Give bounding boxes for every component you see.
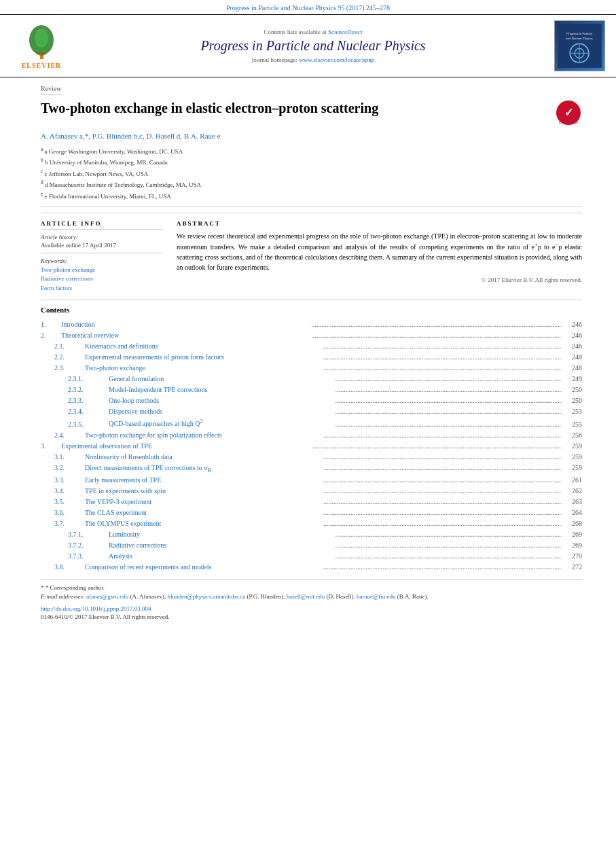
svg-text:✓: ✓	[564, 107, 573, 118]
footnotes: * * Corresponding author. E-mail address…	[41, 579, 582, 600]
email-raue[interactable]: baraue@fiu.edu	[357, 593, 396, 600]
toc-item-3-1: 3.1. Nonlinearity of Rosenbluth data 259	[41, 452, 582, 463]
elsevier-tree-icon	[20, 23, 64, 60]
toc-item-3-5: 3.5. The VEPP-3 experiment 263	[41, 497, 582, 507]
section-divider	[41, 300, 582, 300]
issn-section: 0146-6410/© 2017 Elsevier B.V. All right…	[41, 613, 582, 620]
toc-item-3: 3. Experimental observation of TPE 259	[41, 441, 582, 452]
svg-rect-4	[37, 52, 46, 54]
toc-item-3-6: 3.6. The CLAS experiment 264	[41, 507, 582, 518]
abstract-panel: ABSTRACT We review recent theoretical an…	[177, 220, 582, 293]
toc-item-3-4: 3.4. TPE in experiments with spin 262	[41, 486, 582, 497]
toc-item-2-3-2: 2.3.2. Model-independent TPE corrections…	[41, 384, 582, 395]
affiliation-a: a a George Washington University, Washin…	[41, 145, 582, 156]
journal-center: Contents lists available at ScienceDirec…	[79, 29, 547, 63]
svg-point-3	[35, 29, 48, 48]
email-hasell[interactable]: hasell@mit.edu	[287, 593, 325, 600]
svg-text:and Nuclear Physics: and Nuclear Physics	[566, 37, 592, 40]
doi-section: http://dx.doi.org/10.1016/j.ppnp.2017.03…	[41, 605, 582, 612]
toc-item-3-7-3: 3.7.3. Analysis 270	[41, 551, 582, 562]
toc-item-2-2: 2.2. Experimental measurements of proton…	[41, 352, 582, 363]
article-available-date: Available online 17 April 2017	[41, 242, 163, 249]
corresponding-author-note: * * Corresponding author.	[41, 584, 582, 591]
article-info-title: ARTICLE INFO	[41, 220, 163, 230]
contents-available-text: Contents lists available at ScienceDirec…	[79, 29, 547, 35]
toc-item-2-1: 2.1. Kinematics and definitions 246	[41, 341, 582, 352]
affiliation-d: d d Massachusetts Institute of Technolog…	[41, 179, 582, 190]
contents-title: Contents	[41, 306, 582, 314]
article-title: Two-photon exchange in elastic electron–…	[41, 99, 548, 117]
toc-item-2-3: 2.3. Two-photon exchange 248	[41, 363, 582, 374]
toc-item-1: 1. Introduction 246	[41, 319, 582, 330]
journal-title: Progress in Particle and Nuclear Physics	[79, 38, 547, 54]
table-of-contents: Contents 1. Introduction 246 2. Theoreti…	[41, 306, 582, 573]
journal-reference: Progress in Particle and Nuclear Physics…	[0, 0, 616, 14]
keywords-label: Keywords:	[41, 257, 163, 264]
copyright-text: © 2017 Elsevier B.V. All rights reserved…	[177, 276, 582, 283]
toc-item-2-3-5: 2.3.5. QCD-based approaches at high Q2 2…	[41, 417, 582, 429]
email-note: E-mail addresses: afanas@gwu.edu (A. Afa…	[41, 593, 582, 600]
keyword-2: Radiative corrections	[41, 274, 163, 284]
doi-link[interactable]: http://dx.doi.org/10.1016/j.ppnp.2017.03…	[41, 605, 151, 612]
article-info-abstract-row: ARTICLE INFO Article history: Available …	[41, 213, 582, 293]
elsevier-logo: ELSEVIER	[11, 23, 72, 69]
authors: A. Afanasev a,*, P.G. Blunden b,c, D. Ha…	[41, 132, 582, 140]
toc-item-3-7-2: 3.7.2. Radiative corrections 269	[41, 540, 582, 551]
article-info-panel: ARTICLE INFO Article history: Available …	[41, 220, 163, 293]
toc-item-3-2: 3.2. Direct measurements of TPE correcti…	[41, 463, 582, 475]
crossmark-icon: ✓ CrossMark	[555, 99, 582, 126]
toc-item-2-3-4: 2.3.4. Dispersive methods 253	[41, 406, 582, 417]
email-addresses[interactable]: afanas@gwu.edu	[86, 593, 128, 600]
affiliations: a a George Washington University, Washin…	[41, 145, 582, 207]
svg-text:Progress in Particle: Progress in Particle	[566, 32, 592, 35]
toc-item-3-7-1: 3.7.1. Luminosity 269	[41, 529, 582, 540]
main-content: Review Two-photon exchange in elastic el…	[0, 77, 616, 627]
homepage-url[interactable]: www.elsevier.com/locate/ppnp	[299, 56, 374, 63]
review-label: Review	[41, 85, 62, 95]
journal-cover-image: Progress in Particle and Nuclear Physics	[554, 20, 605, 71]
sciencedirect-link[interactable]: ScienceDirect	[328, 29, 362, 35]
article-title-row: Two-photon exchange in elastic electron–…	[41, 99, 582, 126]
abstract-text: We review recent theoretical and experim…	[177, 231, 582, 272]
cover-thumbnail: Progress in Particle and Nuclear Physics	[558, 20, 602, 71]
toc-item-3-7: 3.7. The OLYMPUS experiment 268	[41, 518, 582, 529]
affiliation-c: c c Jefferson Lab, Newport News, VA, USA	[41, 168, 582, 179]
abstract-title: ABSTRACT	[177, 220, 582, 227]
toc-item-2-3-3: 2.3.3. One-loop methods 250	[41, 395, 582, 406]
affiliation-e: e e Florida International University, Mi…	[41, 190, 582, 201]
toc-item-2: 2. Theoretical overview 246	[41, 330, 582, 341]
journal-header: ELSEVIER Contents lists available at Sci…	[0, 14, 616, 77]
elsevier-label: ELSEVIER	[22, 62, 62, 69]
toc-item-3-8: 3.8. Comparison of recent experiments an…	[41, 562, 582, 573]
article-history-label: Article history:	[41, 234, 163, 240]
toc-item-2-4: 2.4. Two-photon exchange for spin polari…	[41, 430, 582, 441]
affiliation-b: b b University of Manitoba, Winnipeg, MB…	[41, 156, 582, 167]
email-blunden[interactable]: blunden@physics.umanitoba.ca	[167, 593, 245, 600]
svg-text:CrossMark: CrossMark	[558, 120, 579, 124]
toc-item-3-3: 3.3. Early measurements of TPE 261	[41, 475, 582, 486]
keyword-3: Form factors	[41, 284, 163, 293]
journal-homepage: journal homepage: www.elsevier.com/locat…	[79, 56, 547, 63]
keyword-1: Two-photon exchange	[41, 266, 163, 275]
toc-item-2-3-1: 2.3.1. General formulation 249	[41, 374, 582, 384]
